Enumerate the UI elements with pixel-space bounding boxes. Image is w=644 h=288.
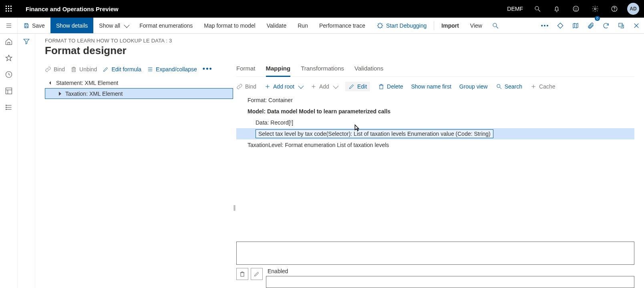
home-icon[interactable] <box>5 38 13 47</box>
add-button[interactable]: Add <box>310 83 337 90</box>
svg-rect-3 <box>6 8 7 9</box>
filter-icon[interactable] <box>23 38 30 46</box>
edit-button[interactable]: Edit <box>345 82 370 91</box>
unbind-button[interactable]: Unbind <box>70 66 97 73</box>
breadcrumb: FORMAT TO LEARN HOW TO LOOKUP LE DATA : … <box>45 38 634 44</box>
svg-rect-0 <box>6 6 7 7</box>
diamond-icon[interactable] <box>553 18 568 33</box>
modules-icon[interactable] <box>5 103 13 113</box>
popout-icon[interactable] <box>614 18 629 33</box>
gear-icon[interactable] <box>586 0 604 18</box>
enabled-label: Enabled <box>268 268 634 274</box>
bind-button-right[interactable]: Bind <box>236 83 256 90</box>
performance-trace-button[interactable]: Performance trace <box>314 18 371 33</box>
properties-panel: Enabled <box>236 181 634 288</box>
svg-rect-5 <box>10 8 12 9</box>
bind-button[interactable]: Bind <box>45 66 65 73</box>
show-all-button[interactable]: Show all <box>93 18 134 33</box>
workspaces-icon[interactable] <box>5 87 13 96</box>
formula-textarea[interactable] <box>236 242 634 265</box>
refresh-icon[interactable] <box>598 18 614 33</box>
save-button[interactable]: Save <box>18 18 50 33</box>
svg-rect-20 <box>25 23 27 24</box>
user-avatar[interactable]: AD <box>627 3 639 15</box>
svg-point-12 <box>575 8 575 8</box>
import-button[interactable]: Import <box>436 18 465 33</box>
svg-rect-6 <box>6 10 7 12</box>
svg-line-53 <box>500 87 501 89</box>
show-details-button[interactable]: Show details <box>50 18 93 33</box>
tree-node-statement[interactable]: Statement: XML Element <box>45 77 233 88</box>
delete-formula-button[interactable] <box>236 268 248 280</box>
svg-point-13 <box>577 8 577 8</box>
svg-rect-30 <box>8 42 10 45</box>
group-view-button[interactable]: Group view <box>459 83 488 90</box>
svg-point-14 <box>594 8 596 10</box>
tree-node-data[interactable]: Data: Record[!] <box>236 117 634 128</box>
overflow-icon[interactable]: ••• <box>537 18 553 33</box>
view-button[interactable]: View <box>465 18 488 33</box>
delete-button[interactable]: Delete <box>378 83 403 90</box>
mapping-tree: Format: Container Model: Data model Mode… <box>236 95 634 151</box>
svg-rect-7 <box>8 10 9 12</box>
search-button[interactable]: Search <box>496 83 522 90</box>
svg-point-40 <box>6 109 6 110</box>
recent-icon[interactable] <box>5 70 13 80</box>
chevron-down-icon <box>124 22 130 28</box>
edit-formula-button[interactable]: Edit formula <box>103 66 141 73</box>
left-toolbar-overflow[interactable]: ••• <box>203 65 213 73</box>
svg-rect-56 <box>241 273 244 276</box>
favorites-icon[interactable] <box>5 54 13 63</box>
edit-property-button[interactable] <box>251 268 263 280</box>
smile-icon[interactable] <box>567 0 585 18</box>
map-icon[interactable] <box>568 18 583 33</box>
filter-rail <box>18 34 35 288</box>
svg-rect-8 <box>10 10 12 12</box>
waffle-icon[interactable] <box>0 0 18 18</box>
nav-hamburger-icon[interactable] <box>0 18 18 33</box>
svg-line-24 <box>496 26 498 28</box>
tree-node-taxation-level[interactable]: TaxationLevel: Format enumeration List o… <box>236 139 634 151</box>
svg-point-39 <box>6 107 6 108</box>
validate-button[interactable]: Validate <box>261 18 292 33</box>
chevron-down-icon <box>298 83 304 89</box>
tab-mapping[interactable]: Mapping <box>266 62 291 77</box>
cache-button[interactable]: Cache <box>530 83 555 90</box>
cmdbar-search-icon[interactable] <box>488 18 503 33</box>
tree-node-format-container[interactable]: Format: Container <box>236 95 634 106</box>
expand-icon[interactable] <box>57 91 63 97</box>
tree-node-taxation[interactable]: Taxation: XML Element <box>45 88 233 99</box>
app-title: Finance and Operations Preview <box>26 6 119 12</box>
close-icon[interactable] <box>629 18 644 33</box>
svg-point-38 <box>6 105 6 106</box>
svg-point-11 <box>573 6 579 12</box>
map-format-to-model-button[interactable]: Map format to model <box>198 18 261 33</box>
help-icon[interactable] <box>606 0 623 18</box>
add-root-button[interactable]: Add root <box>264 83 302 90</box>
svg-rect-41 <box>72 68 75 71</box>
tree-node-selector[interactable]: Select tax level by tax code(Selector): … <box>236 128 634 139</box>
page-title: Format designer <box>45 44 634 57</box>
search-icon[interactable] <box>529 0 546 18</box>
chevron-down-icon <box>333 83 338 89</box>
environment-label[interactable]: DEMF <box>503 6 527 12</box>
show-name-first-button[interactable]: Show name first <box>411 83 451 90</box>
tab-transformations[interactable]: Transformations <box>301 62 344 77</box>
svg-line-10 <box>538 10 540 12</box>
expand-collapse-button[interactable]: Expand/collapse <box>147 66 197 73</box>
svg-rect-1 <box>8 6 9 7</box>
tab-validations[interactable]: Validations <box>354 62 383 77</box>
enabled-input[interactable] <box>266 276 634 288</box>
tree-node-model[interactable]: Model: Data model Model to learn paramet… <box>236 106 634 117</box>
svg-point-22 <box>378 23 382 28</box>
run-button[interactable]: Run <box>292 18 314 33</box>
left-toolbar: Bind Unbind Edit formula Expand/collapse… <box>45 62 233 77</box>
format-enumerations-button[interactable]: Format enumerations <box>134 18 198 33</box>
start-debugging-button[interactable]: Start Debugging <box>371 18 432 33</box>
tab-format[interactable]: Format <box>236 62 256 77</box>
expand-icon[interactable] <box>48 80 54 86</box>
notification-icon[interactable] <box>548 0 566 18</box>
right-tabs: Format Mapping Transformations Validatio… <box>236 62 634 77</box>
command-bar: Save Show details Show all Format enumer… <box>0 18 644 34</box>
attachment-icon[interactable] <box>583 18 598 33</box>
